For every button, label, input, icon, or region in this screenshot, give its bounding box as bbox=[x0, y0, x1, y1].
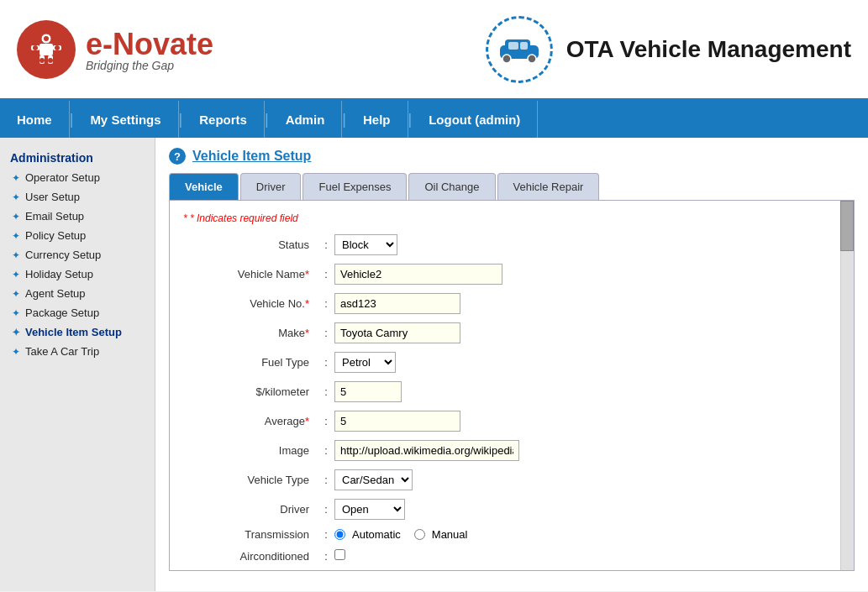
required-note: * * Indicates required field bbox=[183, 212, 829, 224]
svg-point-9 bbox=[48, 58, 53, 63]
make-label: Make* bbox=[183, 327, 318, 339]
vehicle-type-row: Vehicle Type : Car/Sedan SUV Truck Van B… bbox=[183, 469, 829, 490]
scrollbar-thumb[interactable] bbox=[840, 201, 854, 251]
sidebar-section-title: Administration bbox=[0, 146, 155, 168]
logo-icon bbox=[17, 20, 76, 79]
make-input[interactable] bbox=[334, 322, 671, 343]
tab-vehicle-repair[interactable]: Vehicle Repair bbox=[497, 173, 600, 200]
fuel-type-select[interactable]: Petrol Diesel Electric Hybrid bbox=[334, 352, 396, 373]
status-label: Status bbox=[183, 238, 318, 251]
transmission-manual-label[interactable]: Manual bbox=[414, 528, 468, 541]
sidebar-item-policy-setup[interactable]: ✦ Policy Setup bbox=[0, 226, 155, 245]
tab-vehicle[interactable]: Vehicle bbox=[169, 173, 239, 200]
sidebar-item-agent-setup[interactable]: ✦ Agent Setup bbox=[0, 284, 155, 303]
average-input[interactable] bbox=[334, 411, 671, 432]
gear-icon: ✦ bbox=[12, 172, 20, 184]
sidebar-item-holiday-setup[interactable]: ✦ Holiday Setup bbox=[0, 265, 155, 284]
sidebar-item-vehicle-item-setup[interactable]: ✦ Vehicle Item Setup bbox=[0, 322, 155, 342]
vehicle-type-label: Vehicle Type bbox=[183, 474, 318, 486]
driver-input[interactable]: Open Assigned bbox=[334, 499, 671, 520]
dollar-per-km-input[interactable] bbox=[334, 381, 671, 402]
svg-point-10 bbox=[44, 36, 49, 41]
image-label: Image bbox=[183, 444, 318, 457]
help-icon: ? bbox=[169, 148, 186, 165]
dollar-per-km-row: $/kilometer : bbox=[183, 381, 829, 402]
vehicle-type-input[interactable]: Car/Sedan SUV Truck Van Bus bbox=[334, 469, 671, 490]
vehicle-type-select[interactable]: Car/Sedan SUV Truck Van Bus bbox=[334, 469, 413, 490]
transmission-input: Automatic Manual bbox=[334, 528, 671, 541]
logo-brand-prefix: e- bbox=[86, 27, 113, 61]
sidebar-item-package-setup[interactable]: ✦ Package Setup bbox=[0, 303, 155, 322]
logo-left: e-Novate Bridging the Gap bbox=[17, 20, 213, 79]
image-field[interactable] bbox=[334, 440, 519, 461]
sidebar-item-take-car-trip[interactable]: ✦ Take A Car Trip bbox=[0, 342, 155, 361]
vehicle-no-field[interactable] bbox=[334, 293, 460, 314]
gear-icon: ✦ bbox=[12, 327, 20, 338]
tab-driver[interactable]: Driver bbox=[240, 173, 302, 200]
sidebar-item-currency-setup[interactable]: ✦ Currency Setup bbox=[0, 245, 155, 265]
nav-home[interactable]: Home bbox=[0, 101, 70, 138]
transmission-manual-radio[interactable] bbox=[414, 529, 425, 540]
vehicle-no-label: Vehicle No.* bbox=[183, 297, 318, 310]
ota-vehicle-icon bbox=[486, 16, 553, 83]
gear-icon: ✦ bbox=[12, 269, 20, 280]
logo-brand: e-Novate bbox=[86, 27, 213, 62]
svg-rect-16 bbox=[520, 42, 528, 50]
dollar-per-km-label: $/kilometer bbox=[183, 385, 318, 398]
status-row: Status : Block Active Inactive bbox=[183, 234, 829, 255]
ota-title: OTA Vehicle Management bbox=[566, 35, 851, 64]
form-scroll-area[interactable]: * * Indicates required field Status : Bl… bbox=[170, 201, 854, 570]
nav-reports[interactable]: Reports bbox=[182, 101, 265, 138]
svg-point-6 bbox=[33, 45, 38, 50]
svg-point-8 bbox=[39, 58, 45, 63]
gear-icon: ✦ bbox=[12, 249, 20, 261]
svg-rect-15 bbox=[508, 42, 518, 50]
form-container: * * Indicates required field Status : Bl… bbox=[169, 200, 855, 571]
vehicle-name-input[interactable] bbox=[334, 264, 671, 285]
nav-my-settings[interactable]: My Settings bbox=[73, 101, 178, 138]
driver-select[interactable]: Open Assigned bbox=[334, 499, 405, 520]
sidebar-item-email-setup[interactable]: ✦ Email Setup bbox=[0, 207, 155, 226]
driver-label: Driver bbox=[183, 503, 318, 516]
fuel-type-input[interactable]: Petrol Diesel Electric Hybrid bbox=[334, 352, 671, 373]
main-layout: Administration ✦ Operator Setup ✦ User S… bbox=[0, 138, 868, 591]
nav-admin[interactable]: Admin bbox=[269, 101, 343, 138]
logo-right: OTA Vehicle Management bbox=[486, 16, 851, 83]
make-field[interactable] bbox=[334, 322, 460, 343]
logo-text: e-Novate Bridging the Gap bbox=[86, 27, 213, 72]
svg-point-14 bbox=[528, 55, 536, 63]
tab-oil-change[interactable]: Oil Change bbox=[408, 173, 495, 200]
average-row: Average* : bbox=[183, 411, 829, 432]
tab-fuel-expenses[interactable]: Fuel Expenses bbox=[302, 173, 407, 200]
gear-icon: ✦ bbox=[12, 211, 20, 223]
nav-logout[interactable]: Logout (admin) bbox=[412, 101, 538, 138]
svg-point-13 bbox=[502, 55, 511, 63]
gear-icon: ✦ bbox=[12, 191, 20, 203]
sidebar-item-user-setup[interactable]: ✦ User Setup bbox=[0, 187, 155, 207]
transmission-automatic-radio[interactable] bbox=[334, 529, 345, 540]
fuel-type-label: Fuel Type bbox=[183, 356, 318, 369]
vehicle-name-field[interactable] bbox=[334, 264, 502, 285]
logo-brand-suffix: Novate bbox=[113, 27, 213, 61]
transmission-label: Transmission bbox=[183, 528, 318, 541]
header: e-Novate Bridging the Gap OTA Vehicle Ma… bbox=[0, 0, 868, 101]
image-input[interactable] bbox=[334, 440, 671, 461]
gear-icon: ✦ bbox=[12, 288, 20, 300]
status-select[interactable]: Block Active Inactive bbox=[334, 234, 397, 255]
gear-icon: ✦ bbox=[12, 346, 20, 358]
average-label: Average* bbox=[183, 415, 318, 427]
airconditioned-input[interactable] bbox=[334, 549, 671, 563]
dollar-per-km-field[interactable] bbox=[334, 381, 402, 402]
transmission-automatic-label[interactable]: Automatic bbox=[334, 528, 401, 541]
status-input[interactable]: Block Active Inactive bbox=[334, 234, 671, 255]
scrollbar-track[interactable] bbox=[840, 201, 854, 570]
vehicle-no-input[interactable] bbox=[334, 293, 671, 314]
average-field[interactable] bbox=[334, 411, 460, 432]
transmission-row: Transmission : Automatic Manual bbox=[183, 528, 829, 541]
image-row: Image : bbox=[183, 440, 829, 461]
gear-icon: ✦ bbox=[12, 230, 20, 242]
airconditioned-checkbox[interactable] bbox=[334, 549, 345, 560]
nav-help[interactable]: Help bbox=[346, 101, 408, 138]
vehicle-name-row: Vehicle Name* : bbox=[183, 264, 829, 285]
sidebar-item-operator-setup[interactable]: ✦ Operator Setup bbox=[0, 168, 155, 187]
